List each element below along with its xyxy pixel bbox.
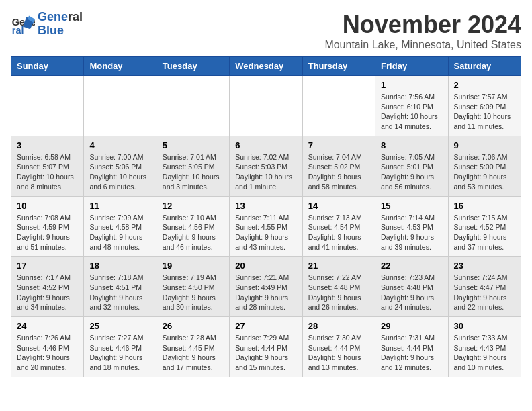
day-number: 28 [308,321,369,331]
calendar-cell: 17Sunrise: 7:17 AM Sunset: 4:52 PM Dayli… [11,257,84,317]
day-number: 19 [163,261,224,271]
calendar-cell: 15Sunrise: 7:14 AM Sunset: 4:53 PM Dayli… [375,196,448,257]
weekday-header-sunday: Sunday [11,57,84,76]
calendar-cell: 5Sunrise: 7:01 AM Sunset: 5:05 PM Daylig… [157,136,229,196]
calendar-week-row: 1Sunrise: 7:56 AM Sunset: 6:10 PM Daylig… [11,76,521,136]
day-number: 15 [381,201,442,211]
day-number: 21 [308,261,369,271]
day-number: 16 [454,201,515,211]
calendar-cell: 11Sunrise: 7:09 AM Sunset: 4:58 PM Dayli… [84,196,157,257]
day-info: Sunrise: 7:33 AM Sunset: 4:43 PM Dayligh… [454,333,515,373]
logo-blue: Blue [38,24,64,37]
day-number: 22 [381,261,442,271]
day-number: 1 [381,80,442,90]
day-info: Sunrise: 7:18 AM Sunset: 4:51 PM Dayligh… [89,273,150,312]
weekday-header-wednesday: Wednesday [230,57,302,76]
day-info: Sunrise: 7:00 AM Sunset: 5:06 PM Dayligh… [89,152,150,192]
day-number: 25 [89,321,150,331]
day-info: Sunrise: 7:31 AM Sunset: 4:44 PM Dayligh… [381,333,442,373]
calendar-cell [84,76,157,136]
calendar-table: SundayMondayTuesdayWednesdayThursdayFrid… [11,56,521,377]
calendar-cell: 28Sunrise: 7:30 AM Sunset: 4:44 PM Dayli… [302,317,375,377]
calendar-cell: 20Sunrise: 7:21 AM Sunset: 4:49 PM Dayli… [230,257,302,317]
day-info: Sunrise: 7:09 AM Sunset: 4:58 PM Dayligh… [89,213,150,253]
day-info: Sunrise: 7:05 AM Sunset: 5:01 PM Dayligh… [381,152,442,192]
calendar-cell: 21Sunrise: 7:22 AM Sunset: 4:48 PM Dayli… [302,257,375,317]
day-info: Sunrise: 7:04 AM Sunset: 5:02 PM Dayligh… [308,152,369,192]
calendar-cell [230,76,302,136]
day-number: 14 [308,201,369,211]
day-info: Sunrise: 7:01 AM Sunset: 5:05 PM Dayligh… [163,152,224,192]
calendar-cell: 23Sunrise: 7:24 AM Sunset: 4:47 PM Dayli… [448,257,521,317]
day-info: Sunrise: 7:02 AM Sunset: 5:03 PM Dayligh… [235,152,296,192]
logo-text: GeneralBlue [38,11,83,38]
day-info: Sunrise: 7:08 AM Sunset: 4:59 PM Dayligh… [17,213,78,253]
logo-icon: Gene ral [11,12,35,36]
day-info: Sunrise: 7:10 AM Sunset: 4:56 PM Dayligh… [163,213,224,253]
page-header: Gene ral GeneralBlue November 2024 Mount… [11,11,521,51]
day-number: 24 [17,321,78,331]
day-number: 7 [308,140,369,150]
day-info: Sunrise: 7:27 AM Sunset: 4:46 PM Dayligh… [89,333,150,373]
calendar-cell: 19Sunrise: 7:19 AM Sunset: 4:50 PM Dayli… [157,257,229,317]
day-number: 13 [235,201,296,211]
day-number: 4 [89,140,150,150]
day-info: Sunrise: 7:13 AM Sunset: 4:54 PM Dayligh… [308,213,369,253]
day-number: 2 [454,80,515,90]
calendar-cell: 27Sunrise: 7:29 AM Sunset: 4:44 PM Dayli… [230,317,302,377]
calendar-cell: 3Sunrise: 6:58 AM Sunset: 5:07 PM Daylig… [11,136,84,196]
calendar-week-row: 3Sunrise: 6:58 AM Sunset: 5:07 PM Daylig… [11,136,521,196]
calendar-cell: 10Sunrise: 7:08 AM Sunset: 4:59 PM Dayli… [11,196,84,257]
day-number: 20 [235,261,296,271]
day-info: Sunrise: 7:19 AM Sunset: 4:50 PM Dayligh… [163,273,224,312]
day-number: 30 [454,321,515,331]
month-title: November 2024 [324,11,521,39]
day-number: 27 [235,321,296,331]
day-number: 10 [17,201,78,211]
day-info: Sunrise: 7:15 AM Sunset: 4:52 PM Dayligh… [454,213,515,253]
calendar-cell: 8Sunrise: 7:05 AM Sunset: 5:01 PM Daylig… [375,136,448,196]
logo: Gene ral GeneralBlue [11,11,83,38]
calendar-cell [11,76,84,136]
day-number: 17 [17,261,78,271]
day-info: Sunrise: 7:28 AM Sunset: 4:45 PM Dayligh… [163,333,224,373]
day-number: 3 [17,140,78,150]
day-info: Sunrise: 6:58 AM Sunset: 5:07 PM Dayligh… [17,152,78,192]
day-number: 12 [163,201,224,211]
weekday-header-friday: Friday [375,57,448,76]
day-number: 18 [89,261,150,271]
calendar-cell: 14Sunrise: 7:13 AM Sunset: 4:54 PM Dayli… [302,196,375,257]
day-info: Sunrise: 7:06 AM Sunset: 5:00 PM Dayligh… [454,152,515,192]
day-number: 11 [89,201,150,211]
day-info: Sunrise: 7:24 AM Sunset: 4:47 PM Dayligh… [454,273,515,312]
calendar-cell: 29Sunrise: 7:31 AM Sunset: 4:44 PM Dayli… [375,317,448,377]
day-info: Sunrise: 7:23 AM Sunset: 4:48 PM Dayligh… [381,273,442,312]
weekday-header-monday: Monday [84,57,157,76]
svg-text:ral: ral [12,25,24,36]
day-number: 5 [163,140,224,150]
weekday-header-row: SundayMondayTuesdayWednesdayThursdayFrid… [11,57,521,76]
weekday-header-saturday: Saturday [448,57,521,76]
calendar-cell: 22Sunrise: 7:23 AM Sunset: 4:48 PM Dayli… [375,257,448,317]
day-number: 8 [381,140,442,150]
weekday-header-thursday: Thursday [302,57,375,76]
calendar-cell: 2Sunrise: 7:57 AM Sunset: 6:09 PM Daylig… [448,76,521,136]
calendar-cell: 6Sunrise: 7:02 AM Sunset: 5:03 PM Daylig… [230,136,302,196]
calendar-week-row: 17Sunrise: 7:17 AM Sunset: 4:52 PM Dayli… [11,257,521,317]
day-number: 29 [381,321,442,331]
calendar-cell: 26Sunrise: 7:28 AM Sunset: 4:45 PM Dayli… [157,317,229,377]
calendar-cell: 12Sunrise: 7:10 AM Sunset: 4:56 PM Dayli… [157,196,229,257]
title-section: November 2024 Mountain Lake, Minnesota, … [324,11,521,51]
day-info: Sunrise: 7:56 AM Sunset: 6:10 PM Dayligh… [381,92,442,132]
day-number: 23 [454,261,515,271]
day-info: Sunrise: 7:11 AM Sunset: 4:55 PM Dayligh… [235,213,296,253]
calendar-cell: 24Sunrise: 7:26 AM Sunset: 4:46 PM Dayli… [11,317,84,377]
day-info: Sunrise: 7:21 AM Sunset: 4:49 PM Dayligh… [235,273,296,312]
calendar-cell: 13Sunrise: 7:11 AM Sunset: 4:55 PM Dayli… [230,196,302,257]
calendar-cell: 16Sunrise: 7:15 AM Sunset: 4:52 PM Dayli… [448,196,521,257]
calendar-cell: 9Sunrise: 7:06 AM Sunset: 5:00 PM Daylig… [448,136,521,196]
day-number: 9 [454,140,515,150]
day-info: Sunrise: 7:17 AM Sunset: 4:52 PM Dayligh… [17,273,78,312]
location-title: Mountain Lake, Minnesota, United States [324,39,521,51]
day-info: Sunrise: 7:26 AM Sunset: 4:46 PM Dayligh… [17,333,78,373]
